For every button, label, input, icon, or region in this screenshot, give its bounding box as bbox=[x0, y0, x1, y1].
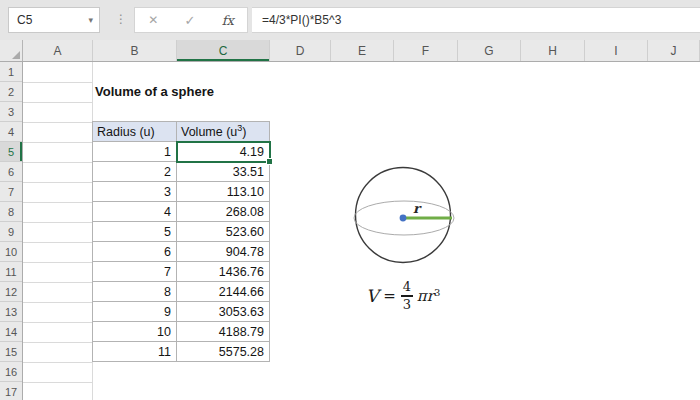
volume-equation[interactable]: V = 4 3 πr3 bbox=[366, 272, 440, 320]
table-row: 71436.76 bbox=[93, 262, 270, 282]
select-all-triangle-icon bbox=[12, 51, 20, 59]
row-header-16[interactable]: 16 bbox=[0, 362, 22, 382]
row-header-3[interactable]: 3 bbox=[0, 102, 22, 122]
name-box[interactable]: C5 ▾ bbox=[8, 7, 100, 33]
gridline bbox=[23, 102, 92, 103]
radius-cell[interactable]: 5 bbox=[93, 222, 177, 242]
row-headers-column: 1234567891011121314151617 bbox=[0, 62, 23, 400]
column-header-g[interactable]: G bbox=[458, 40, 521, 61]
row-header-4[interactable]: 4 bbox=[0, 122, 22, 142]
row-header-14[interactable]: 14 bbox=[0, 322, 22, 342]
cancel-icon[interactable]: ✕ bbox=[148, 13, 158, 27]
volume-cell[interactable]: 33.51 bbox=[177, 162, 270, 182]
equation-equals: = bbox=[383, 287, 396, 305]
row-header-8[interactable]: 8 bbox=[0, 202, 22, 222]
volume-cell[interactable]: 113.10 bbox=[177, 182, 270, 202]
gridline bbox=[23, 262, 92, 263]
table-row: 4268.08 bbox=[93, 202, 270, 222]
table-row: 5523.60 bbox=[93, 222, 270, 242]
gridline bbox=[23, 142, 92, 143]
volume-cell[interactable]: 2144.66 bbox=[177, 282, 270, 302]
row-header-6[interactable]: 6 bbox=[0, 162, 22, 182]
radius-cell[interactable]: 11 bbox=[93, 342, 177, 362]
center-dot-icon bbox=[400, 215, 407, 222]
gridline bbox=[23, 302, 92, 303]
gridline bbox=[23, 82, 92, 83]
radius-cell[interactable]: 8 bbox=[93, 282, 177, 302]
equation-denominator: 3 bbox=[403, 298, 411, 312]
radius-cell[interactable]: 10 bbox=[93, 322, 177, 342]
table-row: 93053.63 bbox=[93, 302, 270, 322]
volume-cell[interactable]: 268.08 bbox=[177, 202, 270, 222]
row-header-5[interactable]: 5 bbox=[0, 142, 22, 162]
radius-cell[interactable]: 3 bbox=[93, 182, 177, 202]
gridline bbox=[23, 122, 92, 123]
gridline bbox=[23, 242, 92, 243]
gridline bbox=[23, 182, 92, 183]
table-row: 233.51 bbox=[93, 162, 270, 182]
column-headers-row: ABCDEFGHIJ bbox=[0, 40, 700, 62]
table-row: 3113.10 bbox=[93, 182, 270, 202]
row-header-11[interactable]: 11 bbox=[0, 262, 22, 282]
table-row: 115575.28 bbox=[93, 342, 270, 362]
radius-cell[interactable]: 9 bbox=[93, 302, 177, 322]
volume-cell[interactable]: 4188.79 bbox=[177, 322, 270, 342]
row-header-10[interactable]: 10 bbox=[0, 242, 22, 262]
select-all-corner[interactable] bbox=[0, 40, 23, 61]
name-box-dropdown-icon[interactable]: ▾ bbox=[88, 15, 99, 25]
radius-cell[interactable]: 1 bbox=[93, 142, 177, 162]
column-header-i[interactable]: I bbox=[585, 40, 648, 61]
formula-bar-drag-dots-icon[interactable]: ⋮ bbox=[115, 12, 127, 26]
column-header-h[interactable]: H bbox=[521, 40, 585, 61]
row-header-2[interactable]: 2 bbox=[0, 82, 22, 102]
volume-cell[interactable]: 904.78 bbox=[177, 242, 270, 262]
radius-cell[interactable]: 2 bbox=[93, 162, 177, 182]
volume-cell[interactable]: 5575.28 bbox=[177, 342, 270, 362]
row-header-7[interactable]: 7 bbox=[0, 182, 22, 202]
radius-cell[interactable]: 6 bbox=[93, 242, 177, 262]
formula-text: =4/3*PI()*B5^3 bbox=[252, 13, 341, 27]
equation-pi-r: πr3 bbox=[417, 287, 440, 305]
fill-handle[interactable] bbox=[266, 158, 273, 165]
column-header-a[interactable]: A bbox=[23, 40, 93, 61]
column-header-e[interactable]: E bbox=[331, 40, 394, 61]
gridline bbox=[23, 222, 92, 223]
table-header-row: Radius (u) Volume (u3) bbox=[93, 122, 270, 142]
insert-function-icon[interactable]: fx bbox=[222, 13, 234, 28]
equation-numerator: 4 bbox=[403, 280, 411, 294]
sphere-diagram[interactable]: r bbox=[350, 162, 462, 270]
row-header-15[interactable]: 15 bbox=[0, 342, 22, 362]
gridline bbox=[23, 342, 92, 343]
formula-input[interactable]: =4/3*PI()*B5^3 bbox=[252, 7, 700, 33]
equation-fraction: 4 3 bbox=[401, 280, 413, 312]
formula-bar-buttons: ✕ ✓ fx bbox=[134, 7, 248, 33]
gridline bbox=[23, 162, 92, 163]
name-box-value: C5 bbox=[9, 13, 88, 27]
gridline bbox=[23, 282, 92, 283]
row-header-1[interactable]: 1 bbox=[0, 62, 22, 82]
volume-cell[interactable]: 1436.76 bbox=[177, 262, 270, 282]
row-header-9[interactable]: 9 bbox=[0, 222, 22, 242]
enter-icon[interactable]: ✓ bbox=[184, 13, 195, 28]
row-header-12[interactable]: 12 bbox=[0, 282, 22, 302]
excel-window: C5 ▾ ⋮ ✕ ✓ fx =4/3*PI()*B5^3 ABCDEFGHIJ … bbox=[0, 0, 700, 400]
gridline bbox=[23, 202, 92, 203]
radius-header-cell[interactable]: Radius (u) bbox=[93, 122, 177, 142]
column-header-j[interactable]: J bbox=[648, 40, 700, 61]
sheet-title-cell[interactable]: Volume of a sphere bbox=[95, 82, 214, 102]
row-header-13[interactable]: 13 bbox=[0, 302, 22, 322]
volume-cell[interactable]: 523.60 bbox=[177, 222, 270, 242]
table-row: 104188.79 bbox=[93, 322, 270, 342]
volume-header-cell[interactable]: Volume (u3) bbox=[177, 122, 270, 142]
volume-cell[interactable]: 3053.63 bbox=[177, 302, 270, 322]
column-header-c[interactable]: C bbox=[177, 40, 270, 61]
column-header-b[interactable]: B bbox=[93, 40, 177, 61]
formula-bar: C5 ▾ ⋮ ✕ ✓ fx =4/3*PI()*B5^3 bbox=[0, 0, 700, 40]
radius-cell[interactable]: 4 bbox=[93, 202, 177, 222]
row-header-17[interactable]: 17 bbox=[0, 382, 22, 400]
gridline bbox=[23, 322, 92, 323]
column-header-d[interactable]: D bbox=[270, 40, 331, 61]
table-row: 6904.78 bbox=[93, 242, 270, 262]
column-header-f[interactable]: F bbox=[394, 40, 458, 61]
radius-cell[interactable]: 7 bbox=[93, 262, 177, 282]
